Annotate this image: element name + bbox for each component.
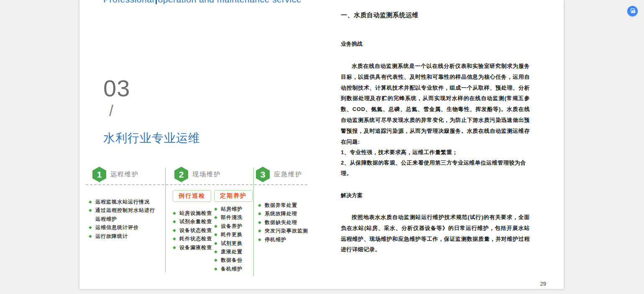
diamond-bullet-icon: ◆ [89,198,92,206]
diamond-bullet-icon: ◆ [173,217,176,226]
diamond-bullet-icon: ◆ [173,235,176,243]
dashed-divider [86,184,307,185]
document-page: Professional operation and maintenance s… [79,0,564,289]
strapline-left: Professional [103,0,154,5]
challenge-list: 1、专业性强，技术要求高，运维工作量繁重； 2、从保障数据的客观、公正来看使用第… [341,147,530,178]
diamond-bullet-icon: ◆ [258,235,262,244]
strapline: Professional operation and maintenance s… [103,0,302,5]
strapline-right: operation and maintenance service [158,0,302,5]
diamond-bullet-icon: ◆ [214,239,218,248]
remote-maintenance-list: ◆远程监视水站运行情况 ◆通过远程控制对水站进行远程维护 ◆运维信息统计评价 ◆… [89,198,159,240]
list-item: ◆系统故障处理 [258,209,312,218]
list-item: ◆备机维护 [214,265,253,273]
list-item: ◆试剂更换 [214,239,253,248]
hexagon-badge-icon: 3 [256,167,270,182]
diamond-bullet-icon: ◆ [258,227,262,235]
hexagon-badge-icon: 2 [174,167,188,182]
diamond-bullet-icon: ◆ [258,209,262,218]
column-divider [253,168,254,276]
list-item: ◆耗件更换 [214,230,253,239]
challenge-item: 1、专业性强，技术要求高，运维工作量繁重； [341,147,530,157]
hexagon-badge-icon: 1 [92,167,106,182]
column-title: 应急维护 [274,170,302,178]
diamond-bullet-icon: ◆ [258,201,262,209]
article-body: 一、水质自动监测系统运维 业务挑战 水质在线自动监测系统是一个以在线分析仪表和实… [341,0,530,289]
routine-inspection-group: 例行巡检 ◆站房设施检查 ◆试剂余量检查 ◆设备状态检查 ◆耗件状态检查 ◆设备… [173,190,212,252]
diamond-bullet-icon: ◆ [173,226,176,235]
challenge-item: 2、从保障数据的客观、公正来看使用第三方专业运维单位运维管理较为合理。 [341,157,530,178]
diamond-bullet-icon: ◆ [214,248,218,256]
list-item: ◆停机维护 [258,235,312,244]
column-header-remote: 1 远程维护 [92,167,139,182]
list-item: ◆试剂余量检查 [173,217,212,226]
list-item: ◆数据异常处置 [258,201,312,209]
list-item: ◆耗件状态检查 [173,235,212,243]
routine-inspection-list: ◆站房设施检查 ◆试剂余量检查 ◆设备状态检查 ◆耗件状态检查 ◆设备漏液检查 [173,209,212,252]
list-item: ◆废液处置 [214,248,253,256]
column-title: 远程维护 [110,170,139,178]
list-item: ◆数据缺失处理 [258,218,312,227]
challenge-paragraph: 水质在线自动监测系统是一个以在线分析仪表和实验室研究制求为服务目标，以提供具有代… [341,61,530,147]
periodic-care-group: 定期养护 ◆站房维护 ◆部件清洗 ◆设备养护 ◆耗件更换 ◆试剂更换 ◆废液处置… [214,190,253,273]
article-heading: 一、水质自动监测系统运维 [341,11,419,19]
list-item: ◆站房设施检查 [173,209,212,217]
solution-paragraph: 按照地表水水质自动监测站运行维护技术规范(试行)的有关要求，全面负在水站(站房、… [341,212,530,255]
maintenance-diagram: 1 远程维护 2 现场维护 3 应急维护 ◆远程监视水站运行情况 ◆通过远程控制… [86,166,308,278]
list-item: ◆站房维护 [214,205,253,213]
list-item: ◆数据备份 [214,256,253,264]
diamond-bullet-icon: ◆ [173,209,176,217]
list-item: ◆运行故障统计 [89,232,159,240]
diamond-bullet-icon: ◆ [89,232,92,240]
list-item: ◆部件清洗 [214,213,253,222]
diamond-bullet-icon: ◆ [89,206,92,214]
section-slash: / [109,103,200,119]
diamond-bullet-icon: ◆ [89,223,92,232]
emergency-maintenance-list: ◆数据异常处置 ◆系统故障处理 ◆数据缺失处理 ◆突发污染事故监测 ◆停机维护 [258,201,312,244]
translate-widget-button[interactable] [627,6,638,16]
list-item: ◆设备养护 [214,222,253,230]
section-title: 水利行业专业运维 [103,130,200,146]
diamond-bullet-icon: ◆ [214,213,218,222]
translate-icon [629,8,636,14]
list-item: ◆远程监视水站运行情况 [89,198,159,206]
title-divider [156,0,157,4]
group-label: 例行巡检 [173,190,211,202]
diamond-bullet-icon: ◆ [173,243,176,252]
list-item: ◆设备状态检查 [173,226,212,235]
column-header-emergency: 3 应急维护 [256,167,302,182]
group-label: 定期养护 [214,190,253,202]
section-intro: 03 / 水利行业专业运维 [103,77,200,146]
subheading-business-challenge: 业务挑战 [341,40,363,48]
list-item: ◆运维信息统计评价 [89,223,159,232]
diamond-bullet-icon: ◆ [214,256,218,264]
diamond-bullet-icon: ◆ [214,265,218,273]
column-header-onsite: 2 现场维护 [174,167,221,182]
diamond-bullet-icon: ◆ [258,218,262,227]
page-number: 29 [540,281,546,287]
diamond-bullet-icon: ◆ [214,222,218,230]
periodic-care-list: ◆站房维护 ◆部件清洗 ◆设备养护 ◆耗件更换 ◆试剂更换 ◆废液处置 ◆数据备… [214,205,253,273]
column-divider [165,168,166,272]
list-item: ◆通过远程控制对水站进行远程维护 [89,206,159,223]
diamond-bullet-icon: ◆ [214,230,218,239]
list-item: ◆突发污染事故监测 [258,227,312,235]
list-item: ◆设备漏液检查 [173,243,212,252]
section-number: 03 [103,77,200,100]
column-title: 现场维护 [192,170,221,178]
diamond-bullet-icon: ◆ [214,205,218,213]
subheading-solution: 解决方案 [341,192,363,199]
